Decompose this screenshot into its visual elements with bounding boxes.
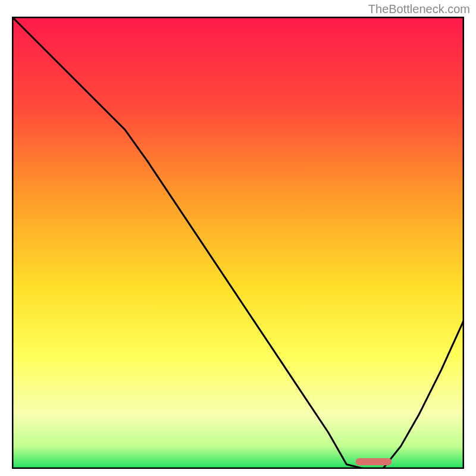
- optimal-range-marker: [356, 458, 392, 465]
- bottleneck-chart: [12, 17, 464, 469]
- chart-svg: [12, 17, 464, 469]
- watermark-text: TheBottleneck.com: [368, 2, 470, 16]
